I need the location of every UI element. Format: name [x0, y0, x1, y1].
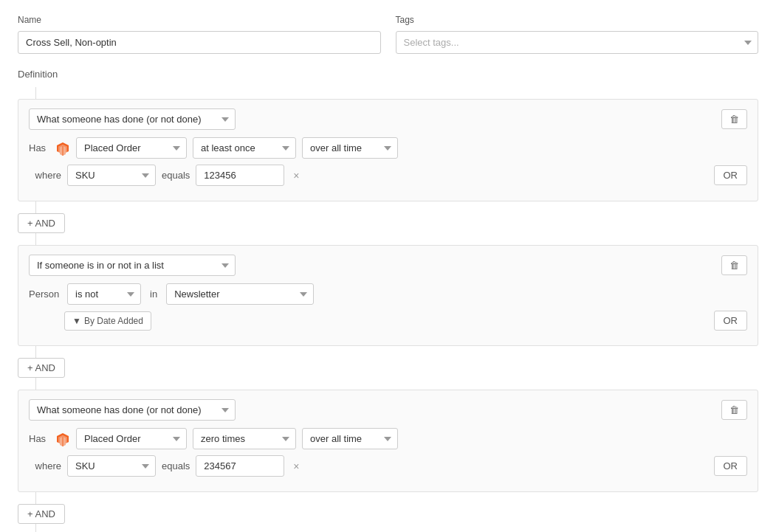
top-row: Name Tags Select tags...: [18, 15, 758, 54]
vertical-line-top-1: [35, 87, 36, 99]
condition-header-1: What someone has done (or not done) If s…: [29, 108, 747, 130]
has-label-1: Has: [29, 142, 49, 153]
timeframe-select-3[interactable]: over all time in the last: [302, 428, 398, 449]
condition-block-2: What someone has done (or not done) If s…: [18, 245, 758, 346]
name-input[interactable]: [18, 31, 381, 54]
condition-type-select-1[interactable]: What someone has done (or not done) If s…: [29, 108, 236, 130]
frequency-select-1[interactable]: at least once zero times exactly: [193, 137, 296, 159]
filter-area-2: ▼ By Date Added: [29, 311, 708, 331]
where-label-1: where: [29, 170, 61, 181]
equals-label-1: equals: [162, 170, 190, 181]
sku-value-1[interactable]: [196, 165, 284, 186]
sku-select-1[interactable]: SKU: [67, 165, 156, 186]
tags-field-group: Tags Select tags...: [396, 15, 759, 54]
sku-select-3[interactable]: SKU: [67, 455, 156, 477]
and-button-1[interactable]: + AND: [18, 213, 65, 233]
condition-type-select-3[interactable]: What someone has done (or not done) If s…: [29, 399, 236, 421]
condition-row-1-main: Has Placed Order at least once zero time…: [29, 137, 747, 159]
condition-type-select-2[interactable]: What someone has done (or not done) If s…: [29, 255, 236, 276]
name-label: Name: [18, 15, 381, 25]
vertical-line-and-3: [35, 492, 36, 504]
condition-block-1: What someone has done (or not done) If s…: [18, 99, 758, 201]
tags-select[interactable]: Select tags...: [396, 31, 759, 54]
condition-row-2-filter: ▼ By Date Added OR: [29, 311, 747, 331]
or-button-3[interactable]: OR: [714, 456, 748, 476]
frequency-select-3[interactable]: at least once zero times exactly: [193, 428, 296, 449]
clear-sku-1[interactable]: ×: [290, 170, 302, 182]
and-connector-3: + AND: [18, 504, 758, 524]
by-date-added-button-2[interactable]: ▼ By Date Added: [64, 311, 151, 331]
page-container: Name Tags Select tags... Definition What…: [0, 0, 776, 532]
condition-row-1-where: where SKU equals × OR: [29, 165, 747, 186]
magento-icon-1: [55, 141, 70, 156]
condition-block-3: What someone has done (or not done) If s…: [18, 390, 758, 492]
vertical-line-4: [35, 524, 36, 532]
vertical-line-and-2: [35, 346, 36, 358]
trash-icon-1: 🗑: [729, 114, 739, 125]
condition-header-3: What someone has done (or not done) If s…: [29, 399, 747, 421]
and-connector-2: + AND: [18, 358, 758, 378]
filter-icon-2: ▼: [72, 316, 81, 326]
condition-header-2: What someone has done (or not done) If s…: [29, 255, 747, 276]
equals-label-3: equals: [162, 460, 190, 471]
action-select-1[interactable]: Placed Order: [76, 137, 187, 159]
name-field-group: Name: [18, 15, 381, 54]
condition-row-3-where: where SKU equals × OR: [29, 455, 747, 477]
condition-row-2-person: Person is not is in Newsletter: [29, 283, 747, 305]
vertical-line-3: [35, 378, 36, 390]
or-button-2[interactable]: OR: [714, 311, 748, 331]
delete-button-2[interactable]: 🗑: [721, 255, 747, 275]
trash-icon-3: 🗑: [729, 404, 739, 415]
trash-icon-2: 🗑: [729, 260, 739, 271]
tags-label: Tags: [396, 15, 759, 25]
definition-label: Definition: [18, 69, 758, 80]
and-button-3[interactable]: + AND: [18, 504, 65, 524]
person-status-select-2[interactable]: is not is: [67, 283, 141, 305]
in-label-2: in: [147, 289, 160, 300]
sku-value-3[interactable]: [196, 455, 284, 477]
magento-icon-3: [55, 432, 70, 446]
or-button-1[interactable]: OR: [714, 165, 748, 185]
condition-row-3-main: Has Placed Order at least once zero time…: [29, 428, 747, 449]
delete-button-1[interactable]: 🗑: [721, 109, 747, 129]
has-label-3: Has: [29, 433, 49, 444]
clear-sku-3[interactable]: ×: [290, 460, 302, 472]
and-connector-1: + AND: [18, 213, 758, 233]
where-label-3: where: [29, 460, 61, 471]
timeframe-select-1[interactable]: over all time in the last: [302, 137, 398, 159]
delete-button-3[interactable]: 🗑: [721, 400, 747, 420]
list-select-2[interactable]: Newsletter: [166, 283, 314, 305]
action-select-3[interactable]: Placed Order: [76, 428, 187, 449]
and-button-2[interactable]: + AND: [18, 358, 65, 378]
filter-label-2: By Date Added: [84, 316, 143, 326]
vertical-line-and-1: [35, 201, 36, 213]
person-label-2: Person: [29, 289, 61, 300]
vertical-line-2: [35, 233, 36, 245]
